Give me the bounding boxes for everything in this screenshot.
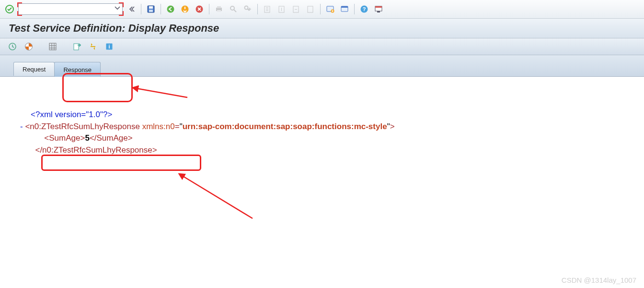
svg-rect-9 (217, 10, 221, 12)
xml-text: 5 (85, 133, 89, 143)
find-next-icon (242, 3, 253, 15)
svg-rect-31 (91, 46, 95, 47)
collapse-icon[interactable] (126, 3, 137, 15)
annotation-box (62, 73, 133, 102)
watermark: CSDN @1314lay_1007 (562, 276, 636, 284)
collapse-toggle[interactable]: - (20, 122, 25, 131)
customize-layout-icon[interactable] (373, 3, 384, 15)
annotation-arrow (132, 85, 190, 100)
xml-tag: <SumAge> (44, 133, 85, 143)
find-icon (228, 3, 239, 15)
last-page-icon (305, 3, 316, 15)
application-toolbar: i (0, 38, 644, 55)
page-title: Test Service Definition: Display Respons… (9, 22, 219, 35)
xml-tag: <n0:ZTestRfcSumLhyResponse (25, 122, 140, 131)
svg-rect-17 (308, 6, 313, 12)
exit-icon[interactable] (179, 3, 191, 15)
svg-text:i: i (108, 44, 110, 49)
xml-tag: </n0:ZTestRfcSumLhyResponse> (35, 145, 157, 155)
back-icon[interactable] (165, 3, 176, 15)
info-icon[interactable]: i (104, 41, 115, 52)
xml-tag: </SumAge> (90, 133, 133, 143)
svg-rect-2 (149, 6, 153, 9)
svg-point-4 (167, 6, 174, 13)
tab-label: Response (63, 66, 92, 73)
system-toolbar: ? (0, 0, 644, 19)
svg-point-10 (230, 6, 234, 10)
svg-rect-8 (217, 6, 221, 8)
xml-attr-value: urn:sap-com:document:sap:soap:functions:… (183, 122, 387, 131)
new-session-icon[interactable] (324, 3, 336, 15)
tab-request[interactable]: Request (13, 62, 55, 76)
xml-attr-name: xmlns:n0 (142, 122, 175, 131)
navigator-icon[interactable] (23, 41, 34, 52)
chevron-down-icon[interactable] (114, 5, 121, 13)
layout-icon[interactable] (339, 3, 350, 15)
help-icon[interactable]: ? (358, 3, 370, 15)
svg-line-35 (182, 176, 253, 218)
svg-rect-29 (49, 43, 56, 50)
grid-icon[interactable] (47, 41, 58, 52)
first-page-icon (262, 3, 273, 15)
svg-text:?: ? (363, 6, 366, 12)
svg-rect-21 (341, 6, 348, 8)
svg-line-11 (234, 10, 236, 12)
svg-rect-3 (149, 10, 153, 12)
svg-point-12 (245, 6, 248, 10)
tab-label: Request (23, 66, 46, 73)
title-bar: Test Service Definition: Display Respons… (0, 19, 644, 38)
next-page-icon (290, 3, 302, 15)
cancel-icon[interactable] (194, 3, 205, 15)
command-field-wrap (18, 3, 123, 15)
save-icon[interactable] (145, 3, 157, 15)
prev-page-icon (276, 3, 288, 15)
annotation-arrow (178, 173, 255, 221)
clock-icon[interactable] (7, 41, 18, 52)
svg-line-34 (136, 88, 187, 97)
export-icon[interactable] (71, 41, 82, 52)
toggle-icon[interactable] (87, 41, 99, 52)
command-field[interactable] (18, 3, 123, 15)
svg-rect-26 (377, 11, 380, 12)
print-icon (213, 3, 225, 15)
xml-pi: <?xml version="1.0"?> (31, 110, 112, 119)
enter-icon[interactable] (4, 3, 15, 15)
svg-rect-30 (74, 44, 79, 50)
annotation-box (41, 155, 201, 171)
svg-rect-25 (375, 6, 382, 8)
